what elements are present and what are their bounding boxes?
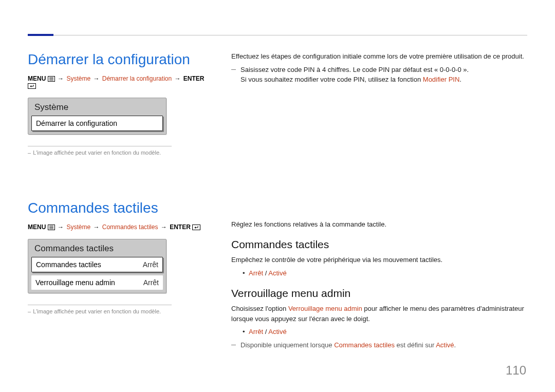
section2-breadcrumb: MENU → Système → Commandes tactiles → EN… (28, 223, 209, 231)
top-divider (28, 35, 527, 35)
dash-icon (231, 345, 236, 345)
section2-divider (28, 305, 172, 305)
opt-off: Arrêt (249, 269, 263, 277)
section2-image-note: –L'image affichée peut varier en fonctio… (28, 308, 209, 314)
page-number: 110 (506, 363, 526, 378)
section2-dash-c: . (454, 341, 456, 349)
section2-menu-title: Commandes tactiles (28, 239, 166, 257)
section2-menu-row1-value: Arrêt (139, 260, 158, 269)
section2-dash-red1: Commandes tactiles (334, 341, 395, 349)
breadcrumb-path-systeme: Système (66, 75, 90, 82)
section1-menu-item-label: Démarrer la configuration (36, 119, 117, 127)
section2-dash-b: est défini sur (395, 341, 436, 349)
enter-icon (28, 83, 36, 89)
section1-title: Démarrer la configuration (28, 51, 209, 68)
section1-divider (28, 146, 172, 146)
opt-off: Arrêt (249, 328, 263, 335)
section1-menu-title: Système (28, 98, 166, 116)
breadcrumb-menu-label: MENU (28, 75, 46, 82)
section2-menu-row1-label: Commandes tactiles (36, 260, 101, 269)
section1-breadcrumb: MENU → Système → Démarrer la configurati… (28, 75, 209, 89)
section2-sub2-body: Choisissez l'option Verrouillage menu ad… (231, 304, 527, 324)
section2-title: Commandes tactiles (28, 200, 209, 216)
section2-body-intro: Réglez les fonctions relatives à la comm… (231, 219, 527, 230)
section2-dash-red2: Activé (436, 341, 454, 349)
dash-icon (231, 69, 236, 70)
section1-menu-item-demarrer[interactable]: Démarrer la configuration (31, 116, 163, 131)
section2-sub1-body: Empêchez le contrôle de votre périphériq… (231, 255, 527, 265)
section-gap (28, 156, 209, 200)
section1-image-note: –L'image affichée peut varier en fonctio… (28, 150, 209, 156)
breadcrumb-enter-label: ENTER (170, 223, 191, 231)
opt-on: Activé (268, 328, 286, 335)
menu-icon (48, 76, 55, 82)
breadcrumb-path-commandes: Commandes tactiles (102, 223, 158, 231)
breadcrumb-path-demarrer: Démarrer la configuration (102, 75, 172, 82)
section2-menu-row2-label: Verrouillage menu admin (35, 278, 115, 287)
section2-menu-box: Commandes tactiles Commandes tactiles Ar… (28, 239, 166, 293)
section2-sub1-options: Arrêt / Activé (231, 268, 527, 278)
breadcrumb-path-systeme: Système (66, 223, 90, 231)
section1-dash-line2b: . (459, 76, 461, 83)
section2-dash-a: Disponible uniquement lorsque (240, 341, 334, 349)
section2-sub2-title: Verrouillage menu admin (231, 287, 527, 300)
section2-menu-item-verrouillage[interactable]: Verrouillage menu admin Arrêt (31, 275, 163, 290)
breadcrumb-menu-label: MENU (28, 223, 46, 231)
menu-icon (48, 225, 55, 230)
section1-dash-line1: Saisissez votre code PIN à 4 chiffres. L… (240, 66, 469, 73)
section2-dash-note: Disponible uniquement lorsque Commandes … (231, 340, 527, 350)
enter-icon (192, 225, 200, 230)
section2-menu-item-commandes[interactable]: Commandes tactiles Arrêt (31, 257, 163, 272)
section1-dash-line2a: Si vous souhaitez modifier votre code PI… (240, 76, 423, 83)
section1-body1: Effectuez les étapes de configuration in… (231, 51, 527, 62)
section2-menu-row2-value: Arrêt (139, 278, 159, 287)
section2-sub2-body-a: Choisissez l'option (231, 305, 288, 312)
section1-dash-red: Modifier PIN (423, 76, 460, 83)
section1-dash-note: Saisissez votre code PIN à 4 chiffres. L… (231, 65, 527, 85)
section2-sub1-title: Commandes tactiles (231, 238, 527, 251)
right-gap (231, 88, 527, 219)
opt-on: Activé (268, 269, 286, 277)
top-accent-bar (28, 34, 53, 36)
section2-sub2-options: Arrêt / Activé (231, 327, 527, 337)
section1-menu-box: Système Démarrer la configuration (28, 98, 166, 135)
breadcrumb-enter-label: ENTER (183, 75, 205, 82)
section2-sub2-body-red: Verrouillage menu admin (288, 305, 362, 312)
